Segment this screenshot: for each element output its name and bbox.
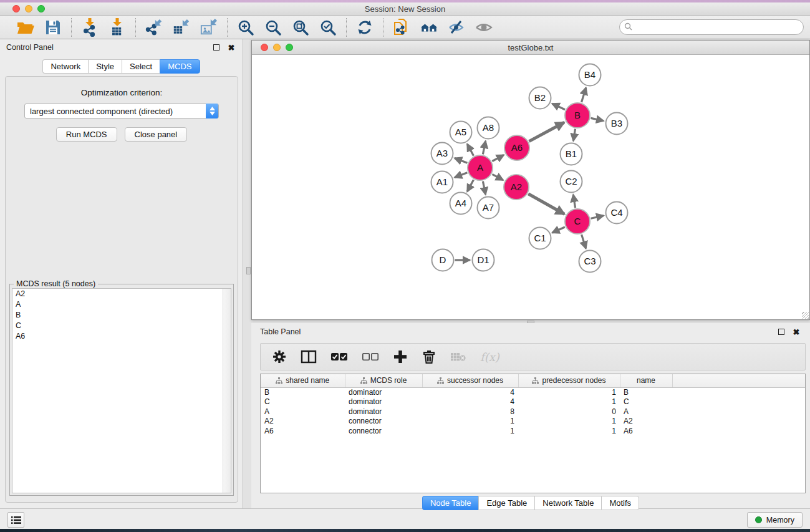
- zoom-selected-icon[interactable]: [319, 18, 337, 37]
- node-A6[interactable]: A6: [504, 135, 529, 160]
- edge-B-B1[interactable]: [573, 129, 575, 141]
- edge-A-A2[interactable]: [492, 174, 503, 180]
- close-panel-button[interactable]: Close panel: [125, 127, 188, 142]
- table-cell[interactable]: A6: [261, 426, 345, 436]
- refresh-layout-icon[interactable]: [355, 18, 374, 37]
- edge-A6-B[interactable]: [529, 122, 564, 141]
- tab-mcds[interactable]: MCDS: [160, 59, 200, 74]
- table-cell[interactable]: 4: [422, 397, 518, 407]
- column-header-name[interactable]: name: [620, 374, 672, 387]
- table-cell[interactable]: B: [620, 387, 672, 397]
- table-cell[interactable]: 1: [422, 426, 518, 436]
- table-cell[interactable]: B: [261, 387, 345, 397]
- node-B[interactable]: B: [565, 103, 590, 128]
- table-tab-network-table[interactable]: Network Table: [534, 496, 601, 510]
- task-history-button[interactable]: [7, 512, 24, 528]
- tab-network[interactable]: Network: [42, 59, 88, 74]
- export-table-icon[interactable]: [172, 18, 191, 37]
- table-cell[interactable]: [672, 426, 805, 436]
- show-all-icon[interactable]: [475, 18, 493, 37]
- mcds-result-list[interactable]: A2ABCA6: [12, 288, 231, 493]
- node-A8[interactable]: A8: [478, 117, 499, 139]
- node-B4[interactable]: B4: [579, 64, 601, 86]
- import-table-icon[interactable]: [108, 18, 127, 37]
- edge-C-C4[interactable]: [591, 216, 604, 219]
- node-A3[interactable]: A3: [432, 143, 453, 165]
- edge-B-B2[interactable]: [552, 104, 566, 110]
- tab-select[interactable]: Select: [122, 59, 160, 74]
- table-cell[interactable]: C: [620, 397, 672, 407]
- export-network-icon[interactable]: [145, 18, 163, 37]
- first-neighbors-icon[interactable]: [420, 18, 438, 37]
- node-D[interactable]: D: [432, 249, 454, 271]
- table-cell[interactable]: dominator: [345, 397, 422, 407]
- table-tab-motifs[interactable]: Motifs: [601, 496, 639, 510]
- network-window-titlebar[interactable]: testGlobe.txt: [252, 41, 809, 55]
- edge-A-A5[interactable]: [467, 144, 473, 156]
- table-cell[interactable]: 1: [518, 426, 620, 436]
- node-C2[interactable]: C2: [561, 171, 582, 193]
- edge-A-A4[interactable]: [467, 180, 473, 191]
- result-list-item[interactable]: A2: [12, 289, 231, 299]
- table-cell[interactable]: 1: [518, 387, 620, 397]
- close-panel-icon[interactable]: ✖: [226, 42, 236, 52]
- edge-C-C3[interactable]: [582, 235, 586, 249]
- open-file-icon[interactable]: [16, 18, 35, 37]
- memory-button[interactable]: Memory: [747, 512, 803, 528]
- table-cell[interactable]: C: [261, 397, 345, 407]
- edge-A-A6[interactable]: [492, 155, 504, 161]
- edge-C-C2[interactable]: [573, 195, 575, 208]
- edge-C-C1[interactable]: [552, 227, 565, 233]
- table-row[interactable]: Bdominator41B: [261, 387, 805, 397]
- table-row[interactable]: Cdominator41C: [261, 397, 805, 407]
- table-cell[interactable]: 1: [518, 397, 620, 407]
- table-cell[interactable]: A2: [261, 417, 345, 427]
- node-C[interactable]: C: [565, 209, 590, 234]
- table-cell[interactable]: A6: [620, 426, 672, 436]
- node-C1[interactable]: C1: [529, 228, 551, 249]
- hide-selected-icon[interactable]: [447, 18, 466, 37]
- table-tab-node-table[interactable]: Node Table: [422, 496, 479, 510]
- node-D1[interactable]: D1: [473, 249, 494, 271]
- node-A1[interactable]: A1: [432, 172, 453, 193]
- add-column-icon[interactable]: [393, 349, 408, 365]
- table-cell[interactable]: dominator: [345, 387, 422, 397]
- edge-A2-C[interactable]: [528, 194, 564, 215]
- column-header-shared-name[interactable]: shared name: [261, 374, 345, 387]
- table-cell[interactable]: 1: [518, 417, 620, 427]
- column-header-MCDS-role[interactable]: MCDS role: [345, 374, 422, 387]
- search-input[interactable]: [619, 19, 804, 35]
- edge-B-B3[interactable]: [591, 118, 604, 120]
- node-A5[interactable]: A5: [450, 122, 472, 143]
- table-close-panel-icon[interactable]: ✖: [791, 327, 801, 337]
- node-B2[interactable]: B2: [529, 87, 551, 109]
- edge-A-A8[interactable]: [483, 141, 485, 154]
- node-C4[interactable]: C4: [606, 202, 628, 224]
- show-columns-icon[interactable]: [301, 349, 317, 365]
- deselect-all-checks-icon[interactable]: [362, 349, 379, 365]
- table-cell[interactable]: 8: [422, 407, 518, 417]
- network-canvas[interactable]: B4 B2 B B3 A8 A5 A6 A3 B1 A: [252, 55, 809, 319]
- edge-A-A3[interactable]: [455, 158, 467, 163]
- zoom-in-icon[interactable]: [236, 18, 255, 37]
- export-image-icon[interactable]: [200, 18, 218, 37]
- result-list-item[interactable]: A6: [12, 331, 231, 342]
- table-cell[interactable]: [672, 397, 805, 407]
- edge-A-A7[interactable]: [483, 181, 485, 195]
- import-network-icon[interactable]: [80, 18, 99, 37]
- select-all-checks-icon[interactable]: [330, 349, 348, 365]
- table-cell[interactable]: 4: [422, 387, 518, 397]
- delete-column-icon[interactable]: [422, 349, 436, 365]
- split-handle[interactable]: [246, 267, 251, 274]
- table-tab-edge-table[interactable]: Edge Table: [478, 496, 534, 510]
- table-cell[interactable]: dominator: [345, 407, 422, 417]
- node-A4[interactable]: A4: [450, 193, 472, 215]
- table-cell[interactable]: [672, 387, 805, 397]
- zoom-fit-icon[interactable]: [291, 18, 310, 37]
- table-cell[interactable]: connector: [345, 417, 422, 427]
- table-cell[interactable]: [672, 407, 805, 417]
- table-cell[interactable]: 1: [422, 417, 518, 427]
- gear-icon[interactable]: [272, 349, 287, 365]
- node-A[interactable]: A: [468, 155, 493, 180]
- table-row[interactable]: Adominator80A: [261, 407, 805, 417]
